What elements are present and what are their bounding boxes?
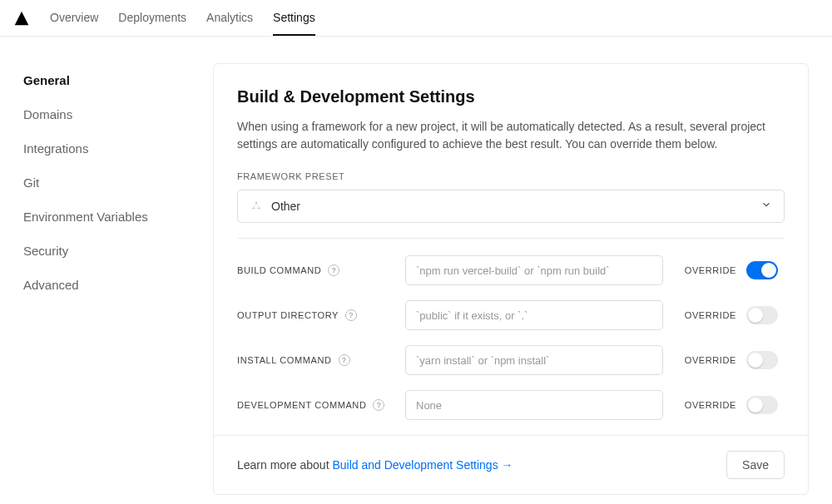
panel-footer: Learn more about Build and Development S… — [214, 435, 808, 494]
sidebar-item-security[interactable]: Security — [23, 244, 190, 258]
output-directory-input[interactable] — [405, 300, 663, 330]
sidebar-item-git[interactable]: Git — [23, 175, 190, 190]
install-command-input[interactable] — [405, 345, 663, 375]
footer-text: Learn more about Build and Development S… — [237, 458, 513, 472]
override-label: OVERRIDE — [673, 265, 736, 275]
output-directory-label: OUTPUT DIRECTORY ? — [237, 309, 395, 321]
settings-sidebar: General Domains Integrations Git Environ… — [23, 63, 190, 495]
override-label: OVERRIDE — [673, 310, 736, 320]
framework-preset-value: Other — [271, 200, 300, 213]
build-command-input[interactable] — [405, 255, 663, 285]
development-command-override-toggle[interactable] — [746, 396, 778, 414]
output-directory-override-toggle[interactable] — [746, 306, 778, 324]
help-icon[interactable]: ? — [339, 354, 350, 366]
settings-panel: Build & Development Settings When using … — [213, 63, 809, 495]
build-command-label: BUILD COMMAND ? — [237, 264, 395, 276]
top-nav: Overview Deployments Analytics Settings — [0, 0, 832, 37]
help-icon[interactable]: ? — [373, 399, 384, 411]
override-label: OVERRIDE — [673, 400, 736, 410]
row-install-command: INSTALL COMMAND ? OVERRIDE — [237, 345, 785, 375]
sidebar-item-advanced[interactable]: Advanced — [23, 278, 190, 292]
tab-overview[interactable]: Overview — [50, 0, 98, 36]
framework-icon — [250, 200, 263, 213]
panel-title: Build & Development Settings — [237, 87, 785, 106]
install-command-override-toggle[interactable] — [746, 351, 778, 369]
row-output-directory: OUTPUT DIRECTORY ? OVERRIDE — [237, 300, 785, 330]
row-build-command: BUILD COMMAND ? OVERRIDE — [237, 255, 785, 285]
sidebar-item-domains[interactable]: Domains — [23, 107, 190, 121]
page-body: General Domains Integrations Git Environ… — [0, 37, 832, 495]
sidebar-item-integrations[interactable]: Integrations — [23, 141, 190, 156]
save-button[interactable]: Save — [726, 451, 785, 479]
help-icon[interactable]: ? — [328, 264, 339, 276]
install-command-label: INSTALL COMMAND ? — [237, 354, 395, 366]
learn-more-link[interactable]: Build and Development Settings → — [332, 458, 513, 472]
row-development-command: DEVELOPMENT COMMAND ? OVERRIDE — [237, 390, 785, 420]
brand-logo — [13, 10, 30, 27]
panel-description: When using a framework for a new project… — [237, 118, 785, 153]
override-label: OVERRIDE — [673, 355, 736, 365]
sidebar-item-general[interactable]: General — [23, 73, 190, 87]
nav-links: Overview Deployments Analytics Settings — [50, 0, 315, 36]
development-command-label: DEVELOPMENT COMMAND ? — [237, 399, 395, 411]
divider — [237, 238, 785, 239]
panel-body: Build & Development Settings When using … — [214, 64, 808, 420]
development-command-input[interactable] — [405, 390, 663, 420]
sidebar-item-env-vars[interactable]: Environment Variables — [23, 210, 190, 224]
help-icon[interactable]: ? — [345, 309, 357, 321]
framework-preset-select[interactable]: Other — [237, 190, 785, 223]
tab-deployments[interactable]: Deployments — [118, 0, 186, 36]
framework-preset-label: FRAMEWORK PRESET — [237, 171, 785, 181]
tab-settings[interactable]: Settings — [273, 0, 315, 36]
build-command-override-toggle[interactable] — [746, 261, 778, 279]
tab-analytics[interactable]: Analytics — [206, 0, 253, 36]
chevron-down-icon — [760, 199, 772, 214]
